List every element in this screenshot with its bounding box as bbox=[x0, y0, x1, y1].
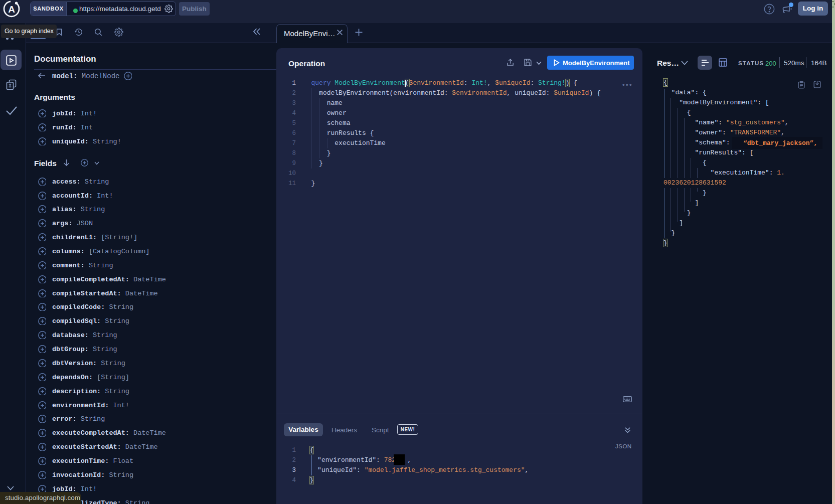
svg-text:A: A bbox=[8, 4, 15, 15]
